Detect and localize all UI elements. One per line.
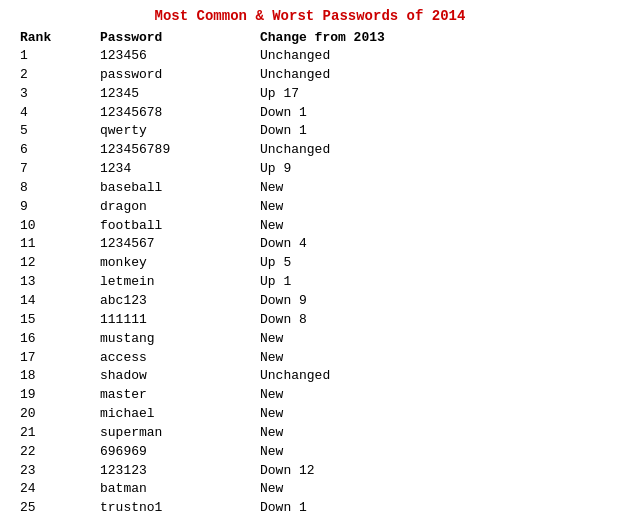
table-row: 21supermanNew <box>20 424 600 443</box>
cell-rank: 18 <box>20 367 100 386</box>
table-row: 23123123Down 12 <box>20 462 600 481</box>
cell-change: Down 9 <box>260 292 440 311</box>
cell-password: baseball <box>100 179 260 198</box>
cell-password: 123456789 <box>100 141 260 160</box>
cell-password: superman <box>100 424 260 443</box>
cell-rank: 7 <box>20 160 100 179</box>
cell-rank: 24 <box>20 480 100 499</box>
table-row: 111234567Down 4 <box>20 235 600 254</box>
cell-password: 111111 <box>100 311 260 330</box>
cell-rank: 6 <box>20 141 100 160</box>
cell-change: New <box>260 386 440 405</box>
cell-rank: 2 <box>20 66 100 85</box>
table-row: 9dragonNew <box>20 198 600 217</box>
table-row: 1123456Unchanged <box>20 47 600 66</box>
cell-password: mustang <box>100 330 260 349</box>
cell-password: 123123 <box>100 462 260 481</box>
table-row: 71234Up 9 <box>20 160 600 179</box>
cell-change: Up 1 <box>260 273 440 292</box>
table-row: 15111111Down 8 <box>20 311 600 330</box>
header-rank: Rank <box>20 30 100 45</box>
page-title: Most Common & Worst Passwords of 2014 <box>20 8 600 24</box>
table-row: 22696969New <box>20 443 600 462</box>
cell-password: 1234 <box>100 160 260 179</box>
cell-change: New <box>260 405 440 424</box>
cell-password: michael <box>100 405 260 424</box>
cell-password: access <box>100 349 260 368</box>
cell-change: Down 12 <box>260 462 440 481</box>
cell-change: New <box>260 217 440 236</box>
cell-password: 123456 <box>100 47 260 66</box>
cell-password: football <box>100 217 260 236</box>
cell-change: New <box>260 443 440 462</box>
cell-password: password <box>100 66 260 85</box>
cell-change: New <box>260 349 440 368</box>
table-row: 17accessNew <box>20 349 600 368</box>
cell-change: Up 17 <box>260 85 440 104</box>
cell-rank: 15 <box>20 311 100 330</box>
header-password: Password <box>100 30 260 45</box>
table-row: 13letmeinUp 1 <box>20 273 600 292</box>
table-row: 20michaelNew <box>20 405 600 424</box>
cell-password: 12345678 <box>100 104 260 123</box>
main-container: Most Common & Worst Passwords of 2014 Ra… <box>0 0 620 520</box>
cell-rank: 23 <box>20 462 100 481</box>
cell-change: New <box>260 424 440 443</box>
cell-password: 1234567 <box>100 235 260 254</box>
cell-change: New <box>260 330 440 349</box>
cell-rank: 22 <box>20 443 100 462</box>
table-row: 25trustno1Down 1 <box>20 499 600 518</box>
table-row: 312345Up 17 <box>20 85 600 104</box>
table-row: 412345678Down 1 <box>20 104 600 123</box>
cell-rank: 4 <box>20 104 100 123</box>
table-row: 10footballNew <box>20 217 600 236</box>
cell-change: Up 9 <box>260 160 440 179</box>
cell-rank: 11 <box>20 235 100 254</box>
cell-password: master <box>100 386 260 405</box>
cell-rank: 5 <box>20 122 100 141</box>
table-row: 5qwertyDown 1 <box>20 122 600 141</box>
cell-change: Unchanged <box>260 367 440 386</box>
header-change: Change from 2013 <box>260 30 440 45</box>
cell-password: 696969 <box>100 443 260 462</box>
cell-password: qwerty <box>100 122 260 141</box>
cell-change: Unchanged <box>260 47 440 66</box>
cell-change: Down 4 <box>260 235 440 254</box>
cell-rank: 8 <box>20 179 100 198</box>
cell-rank: 9 <box>20 198 100 217</box>
cell-rank: 21 <box>20 424 100 443</box>
cell-password: shadow <box>100 367 260 386</box>
cell-password: dragon <box>100 198 260 217</box>
cell-change: Down 1 <box>260 104 440 123</box>
cell-rank: 13 <box>20 273 100 292</box>
cell-rank: 17 <box>20 349 100 368</box>
table-row: 18shadowUnchanged <box>20 367 600 386</box>
cell-password: monkey <box>100 254 260 273</box>
table-row: 2passwordUnchanged <box>20 66 600 85</box>
table-body: 1123456Unchanged2passwordUnchanged312345… <box>20 47 600 518</box>
cell-change: Down 1 <box>260 122 440 141</box>
cell-rank: 25 <box>20 499 100 518</box>
cell-rank: 20 <box>20 405 100 424</box>
cell-password: 12345 <box>100 85 260 104</box>
cell-change: New <box>260 179 440 198</box>
cell-rank: 16 <box>20 330 100 349</box>
cell-rank: 14 <box>20 292 100 311</box>
cell-rank: 3 <box>20 85 100 104</box>
cell-password: letmein <box>100 273 260 292</box>
cell-rank: 12 <box>20 254 100 273</box>
table-row: 16mustangNew <box>20 330 600 349</box>
table-row: 8baseballNew <box>20 179 600 198</box>
cell-rank: 1 <box>20 47 100 66</box>
cell-change: Unchanged <box>260 141 440 160</box>
cell-change: New <box>260 198 440 217</box>
cell-change: Down 1 <box>260 499 440 518</box>
table-row: 24batmanNew <box>20 480 600 499</box>
table-row: 6123456789Unchanged <box>20 141 600 160</box>
cell-password: trustno1 <box>100 499 260 518</box>
cell-change: New <box>260 480 440 499</box>
cell-rank: 19 <box>20 386 100 405</box>
cell-change: Up 5 <box>260 254 440 273</box>
cell-change: Unchanged <box>260 66 440 85</box>
table-row: 12monkeyUp 5 <box>20 254 600 273</box>
